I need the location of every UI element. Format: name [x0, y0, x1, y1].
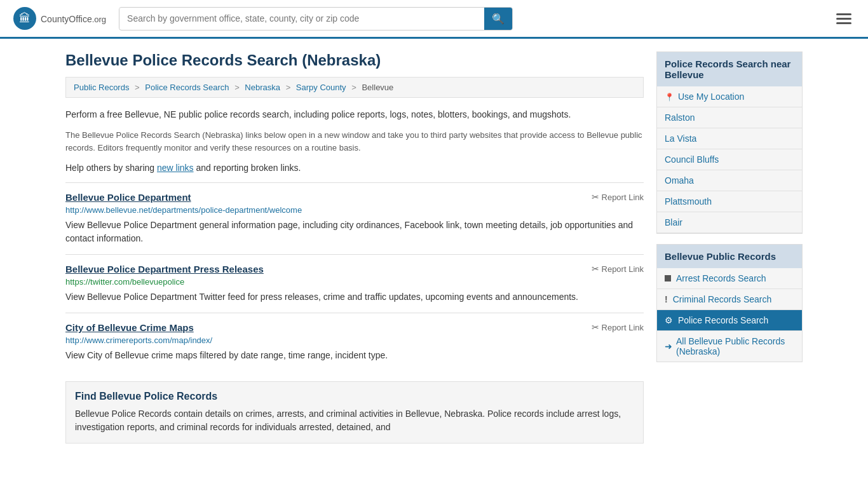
- report-label: Report Link: [602, 264, 644, 274]
- result-description: View Bellevue Police Department Twitter …: [65, 290, 644, 304]
- secondary-description: The Bellevue Police Records Search (Nebr…: [65, 129, 644, 154]
- find-section: Find Bellevue Police Records Bellevue Po…: [65, 381, 644, 444]
- svg-text:🏛: 🏛: [19, 11, 31, 25]
- breadcrumb-separator: >: [234, 83, 240, 92]
- logo-name: CountyOffice: [41, 14, 92, 24]
- sidebar-public-records-heading: Bellevue Public Records: [657, 245, 802, 268]
- hamburger-line: [836, 13, 851, 15]
- sidebar-item-criminal-records[interactable]: ! Criminal Records Search: [657, 289, 802, 310]
- result-header: Bellevue Police Department Report Link: [65, 192, 644, 203]
- sidebar-public-records-section: Bellevue Public Records Arrest Records S…: [656, 244, 803, 362]
- location-link[interactable]: Plattsmouth: [665, 196, 712, 207]
- location-link[interactable]: La Vista: [665, 133, 696, 144]
- scissors-icon: [592, 264, 599, 274]
- result-header: Bellevue Police Department Press Release…: [65, 264, 644, 274]
- search-bar: 🔍: [119, 7, 513, 30]
- sidebar-item-police-records[interactable]: ⚙ Police Records Search: [657, 310, 802, 331]
- breadcrumb-separator: >: [135, 83, 140, 92]
- sidebar-location-item: Ralston: [657, 107, 802, 128]
- logo-icon: 🏛: [13, 6, 37, 30]
- result-description: View City of Bellevue crime maps filtere…: [65, 349, 644, 362]
- result-url[interactable]: http://www.bellevue.net/departments/poli…: [65, 205, 644, 215]
- sidebar-nearby-heading: Police Records Search near Bellevue: [657, 52, 802, 86]
- result-title[interactable]: City of Bellevue Crime Maps: [65, 322, 194, 333]
- breadcrumb-separator: >: [351, 83, 356, 92]
- sidebar-item-arrest-records[interactable]: Arrest Records Search: [657, 268, 802, 289]
- result-title[interactable]: Bellevue Police Department Press Release…: [65, 264, 264, 274]
- search-icon: 🔍: [492, 13, 505, 24]
- search-button[interactable]: 🔍: [484, 8, 512, 30]
- sidebar-nearby-section: Police Records Search near Bellevue Use …: [656, 51, 803, 234]
- report-label: Report Link: [602, 193, 644, 202]
- menu-button[interactable]: [832, 10, 855, 28]
- find-section-heading: Find Bellevue Police Records: [75, 391, 634, 402]
- intro-description: Perform a free Bellevue, NE public polic…: [65, 108, 644, 121]
- site-header: 🏛 CountyOffice.org 🔍: [0, 0, 868, 39]
- use-my-location-item[interactable]: Use My Location: [657, 86, 802, 107]
- result-url[interactable]: https://twitter.com/bellevuepolice: [65, 277, 644, 287]
- sidebar-location-item: Plattsmouth: [657, 191, 802, 212]
- page-title: Bellevue Police Records Search (Nebraska…: [65, 51, 644, 69]
- exclaim-icon: !: [665, 294, 668, 304]
- gear-icon: ⚙: [665, 315, 673, 325]
- site-logo[interactable]: 🏛 CountyOffice.org: [13, 6, 106, 30]
- logo-org: .org: [92, 15, 106, 24]
- location-link[interactable]: Council Bluffs: [665, 154, 719, 165]
- location-link[interactable]: Ralston: [665, 112, 695, 123]
- result-card: City of Bellevue Crime Maps Report Link …: [65, 313, 644, 371]
- report-link-button[interactable]: Report Link: [592, 192, 644, 202]
- breadcrumb-separator: >: [286, 83, 291, 92]
- report-link-button[interactable]: Report Link: [592, 264, 644, 274]
- result-title[interactable]: Bellevue Police Department: [65, 192, 191, 203]
- find-section-text: Bellevue Police Records contain details …: [75, 407, 634, 434]
- sidebar-location-item: Council Bluffs: [657, 149, 802, 170]
- arrow-icon: ➜: [665, 341, 672, 351]
- main-container: Bellevue Police Records Search (Nebraska…: [53, 39, 815, 456]
- report-label: Report Link: [602, 323, 644, 332]
- share-text-post: and reporting broken links.: [194, 163, 301, 173]
- criminal-records-link[interactable]: Criminal Records Search: [673, 294, 772, 304]
- result-card: Bellevue Police Department Report Link h…: [65, 182, 644, 254]
- location-link[interactable]: Omaha: [665, 175, 694, 186]
- breadcrumb-link[interactable]: Nebraska: [245, 83, 280, 92]
- result-card: Bellevue Police Department Press Release…: [65, 254, 644, 313]
- search-input[interactable]: [119, 8, 484, 29]
- report-link-button[interactable]: Report Link: [592, 322, 644, 332]
- all-records-link[interactable]: All Bellevue Public Records (Nebraska): [676, 336, 794, 356]
- new-links-link[interactable]: new links: [157, 163, 194, 173]
- result-description: View Bellevue Police Department general …: [65, 219, 644, 245]
- pin-icon: [665, 92, 674, 102]
- content-area: Bellevue Police Records Search (Nebraska…: [65, 51, 644, 444]
- breadcrumb-link[interactable]: Sarpy County: [296, 83, 346, 92]
- breadcrumb-link[interactable]: Public Records: [74, 83, 129, 92]
- logo-text: CountyOffice.org: [41, 12, 106, 25]
- location-link[interactable]: Blair: [665, 217, 682, 227]
- sidebar-item-all-records[interactable]: ➜ All Bellevue Public Records (Nebraska): [657, 331, 802, 362]
- sidebar-location-item: La Vista: [657, 128, 802, 149]
- breadcrumb: Public Records > Police Records Search >…: [65, 77, 644, 98]
- sidebar-location-item: Blair: [657, 212, 802, 233]
- arrest-records-link[interactable]: Arrest Records Search: [676, 273, 766, 283]
- scissors-icon: [592, 192, 599, 202]
- sidebar-location-item: Omaha: [657, 170, 802, 191]
- police-records-label: Police Records Search: [678, 315, 768, 325]
- hamburger-line: [836, 22, 851, 24]
- sidebar: Police Records Search near Bellevue Use …: [656, 51, 803, 444]
- square-icon: [665, 275, 671, 281]
- share-description: Help others by sharing new links and rep…: [65, 161, 644, 175]
- hamburger-line: [836, 18, 851, 20]
- scissors-icon: [592, 322, 599, 332]
- result-url[interactable]: http://www.crimereports.com/map/index/: [65, 336, 644, 345]
- breadcrumb-link[interactable]: Police Records Search: [145, 83, 229, 92]
- share-text-pre: Help others by sharing: [65, 163, 157, 173]
- breadcrumb-current: Bellevue: [362, 83, 393, 92]
- result-header: City of Bellevue Crime Maps Report Link: [65, 322, 644, 333]
- use-my-location-link[interactable]: Use My Location: [678, 92, 744, 102]
